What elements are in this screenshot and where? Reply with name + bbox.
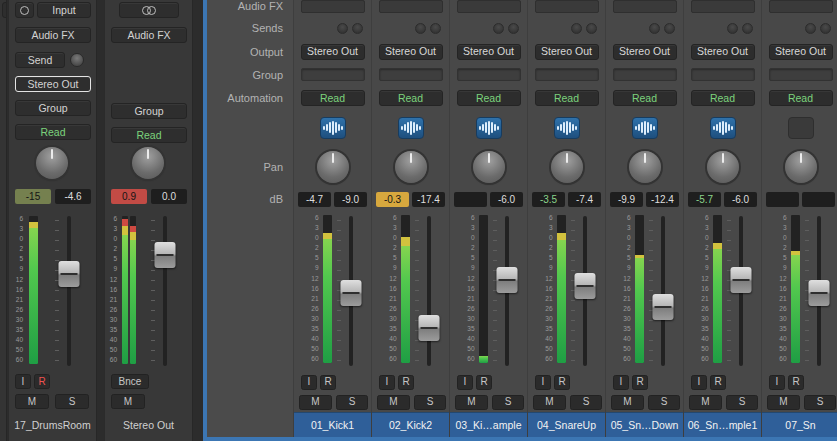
- send-knob-icon[interactable]: [571, 23, 582, 34]
- mute-button[interactable]: M: [15, 394, 49, 409]
- send-knob-icon[interactable]: [805, 23, 816, 34]
- automation-mode-button[interactable]: Read: [457, 90, 521, 106]
- channel-eq-icon[interactable]: [320, 117, 346, 139]
- automation-mode-button[interactable]: Read: [613, 90, 677, 106]
- input-monitoring-button[interactable]: I: [301, 375, 317, 390]
- input-monitoring-button[interactable]: I: [15, 374, 31, 389]
- record-enable-button[interactable]: R: [34, 374, 50, 389]
- group-slot[interactable]: [301, 68, 365, 81]
- output-button[interactable]: Stereo Out: [379, 44, 443, 60]
- volume-display[interactable]: [802, 192, 835, 207]
- group-slot[interactable]: [613, 68, 677, 81]
- channel-eq-icon[interactable]: [554, 117, 580, 139]
- automation-mode-button[interactable]: Read: [769, 90, 833, 106]
- pan-knob[interactable]: [395, 151, 427, 183]
- audio-fx-slot[interactable]: [379, 0, 443, 13]
- volume-fader[interactable]: [649, 212, 677, 370]
- channel-name-plate[interactable]: 07_Sn: [762, 412, 837, 437]
- solo-button[interactable]: S: [492, 395, 524, 410]
- volume-display[interactable]: -7.4: [568, 192, 601, 207]
- channel-eq-icon[interactable]: [710, 117, 736, 139]
- peak-display[interactable]: -5.7: [688, 192, 721, 207]
- audio-fx-slot-button[interactable]: Audio FX: [15, 27, 91, 43]
- input-monitoring-button[interactable]: I: [379, 375, 395, 390]
- record-enable-button[interactable]: R: [788, 375, 804, 390]
- channel-name-plate[interactable]: 01_Kick1: [294, 412, 371, 437]
- group-slot[interactable]: [769, 68, 833, 81]
- audio-fx-slot-button[interactable]: Audio FX: [111, 27, 187, 43]
- channel-name[interactable]: 17_DrumsRoom: [9, 419, 96, 431]
- volume-fader[interactable]: [151, 212, 179, 370]
- pan-knob[interactable]: [132, 147, 164, 179]
- volume-fader[interactable]: [337, 212, 365, 370]
- input-monitoring-button[interactable]: I: [769, 375, 785, 390]
- pan-knob[interactable]: [785, 151, 817, 183]
- mute-button[interactable]: M: [611, 395, 644, 410]
- automation-mode-button[interactable]: Read: [15, 124, 91, 140]
- automation-mode-button[interactable]: Read: [691, 90, 755, 106]
- send-knob-icon[interactable]: [337, 23, 348, 34]
- volume-display[interactable]: -6.0: [490, 192, 523, 207]
- peak-display[interactable]: -0.3: [376, 192, 409, 207]
- input-monitoring-button[interactable]: I: [691, 375, 707, 390]
- group-slot[interactable]: [379, 68, 443, 81]
- fader-handle-icon[interactable]: [340, 280, 361, 306]
- automation-mode-button[interactable]: Read: [535, 90, 599, 106]
- send-knob-icon[interactable]: [352, 23, 363, 34]
- output-button[interactable]: Stereo Out: [691, 44, 755, 60]
- output-button[interactable]: Stereo Out: [535, 44, 599, 60]
- pan-knob[interactable]: [473, 151, 505, 183]
- output-button[interactable]: Stereo Out: [301, 44, 365, 60]
- channel-name-plate[interactable]: 06_Sn…mple1: [684, 412, 761, 437]
- input-monitoring-button[interactable]: I: [457, 375, 473, 390]
- pan-knob[interactable]: [707, 151, 739, 183]
- channel-name-plate[interactable]: 02_Kick2: [372, 412, 449, 437]
- mute-button[interactable]: M: [455, 395, 488, 410]
- audio-fx-slot[interactable]: [457, 0, 521, 13]
- channel-eq-icon[interactable]: [398, 117, 424, 139]
- audio-fx-slot[interactable]: [691, 0, 755, 13]
- record-enable-button[interactable]: R: [476, 375, 492, 390]
- audio-fx-slot[interactable]: [613, 0, 677, 13]
- send-knob-icon[interactable]: [508, 23, 519, 34]
- send-knob-icon[interactable]: [820, 23, 831, 34]
- solo-button[interactable]: S: [55, 394, 89, 409]
- format-button-fragment[interactable]: [2, 2, 7, 18]
- volume-fader[interactable]: [805, 212, 833, 370]
- record-enable-button[interactable]: R: [710, 375, 726, 390]
- channel-eq-icon[interactable]: [788, 117, 814, 139]
- peak-display[interactable]: 0.9: [111, 189, 147, 204]
- output-button[interactable]: Stereo Out: [457, 44, 521, 60]
- volume-display[interactable]: 0.0: [151, 189, 187, 204]
- fader-handle-icon[interactable]: [496, 267, 517, 293]
- fader-handle-icon[interactable]: [730, 267, 751, 293]
- solo-button[interactable]: S: [414, 395, 446, 410]
- solo-button[interactable]: S: [336, 395, 368, 410]
- peak-display[interactable]: -3.5: [532, 192, 565, 207]
- solo-button[interactable]: S: [726, 395, 758, 410]
- solo-button[interactable]: S: [804, 395, 836, 410]
- pan-knob[interactable]: [551, 151, 583, 183]
- pan-knob[interactable]: [629, 151, 661, 183]
- channel-name-plate[interactable]: 05_Sn…Down: [606, 412, 683, 437]
- automation-mode-button[interactable]: Read: [111, 127, 187, 143]
- volume-fader[interactable]: [55, 212, 83, 370]
- send-knob-icon[interactable]: [415, 23, 426, 34]
- peak-display[interactable]: [454, 192, 487, 207]
- send-knob-icon[interactable]: [727, 23, 738, 34]
- channel-name-plate[interactable]: 04_SnareUp: [528, 412, 605, 437]
- send-knob-icon[interactable]: [664, 23, 675, 34]
- record-enable-button[interactable]: R: [320, 375, 336, 390]
- volume-fader[interactable]: [571, 212, 599, 370]
- send-knob[interactable]: [70, 53, 84, 67]
- automation-mode-button[interactable]: Read: [301, 90, 365, 106]
- mute-button[interactable]: M: [767, 395, 800, 410]
- mute-button[interactable]: M: [533, 395, 566, 410]
- solo-button[interactable]: S: [648, 395, 680, 410]
- volume-fader[interactable]: [493, 212, 521, 370]
- fader-handle-icon[interactable]: [652, 294, 673, 320]
- format-button[interactable]: [119, 2, 179, 18]
- bounce-button[interactable]: Bnce: [111, 374, 149, 389]
- record-enable-button[interactable]: R: [398, 375, 414, 390]
- group-slot[interactable]: [457, 68, 521, 81]
